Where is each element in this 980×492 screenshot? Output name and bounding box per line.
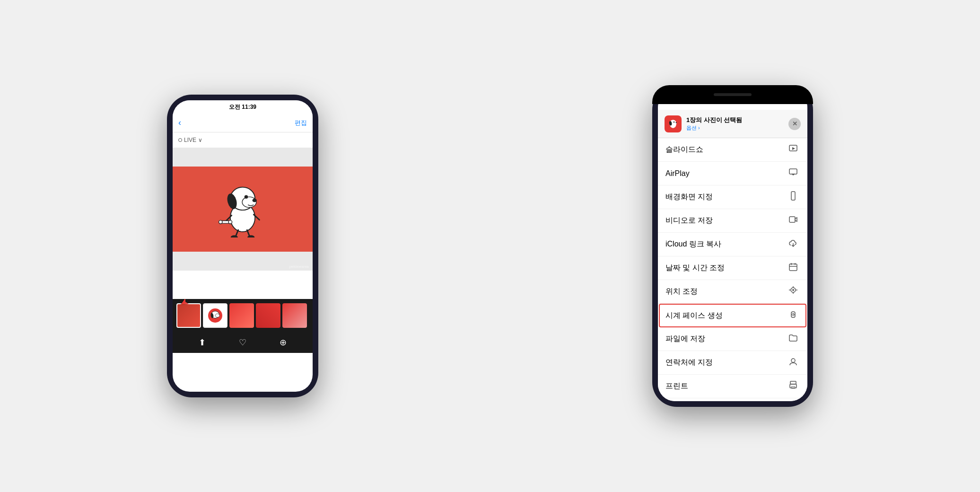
menu-item-watch-face[interactable]: 시계 페이스 생성 [659,304,806,327]
photo-watermark: petcineama [289,264,309,269]
svg-marker-27 [791,174,795,176]
menu-label-print: 프린트 [665,381,787,391]
status-time-left: 오전 11:39 [229,103,256,111]
thumbnail-3[interactable] [229,303,254,328]
svg-point-16 [215,314,219,317]
menu-label-contact: 연락처에 지정 [665,358,787,368]
share-subtitle[interactable]: 옵션 › [686,124,784,132]
menu-list: 슬라이드쇼 AirPlay 배경화면 지정 비디오로 저장 [658,138,807,401]
thumbnail-5[interactable] [282,303,307,328]
menu-item-print[interactable]: 프린트 [658,375,807,398]
folder-icon [787,333,800,345]
action-bar: ⬆ ♡ ⊕ [173,332,313,353]
svg-point-21 [675,122,677,123]
airplay-icon [787,167,800,179]
menu-item-contact[interactable]: 연락처에 지정 [658,351,807,375]
share-icon[interactable]: ⬆ [199,337,206,348]
date-icon [787,262,800,274]
svg-point-37 [792,289,794,291]
thumbnail-bar[interactable]: ➤ [173,299,313,332]
icloud-icon [787,238,800,250]
print-icon [787,380,800,392]
svg-rect-28 [791,192,795,200]
share-title: 1장의 사진이 선택됨 [686,116,784,124]
nav-bar-left: ‹ 편집 [173,114,313,132]
menu-item-save-file[interactable]: 파일에 저장 [658,327,807,351]
svg-point-3 [242,197,256,207]
back-button[interactable]: ‹ [178,118,181,128]
slideshow-icon [787,144,800,156]
menu-label-icloud: iCloud 링크 복사 [665,239,787,249]
svg-rect-48 [790,384,796,388]
svg-point-23 [674,121,675,123]
menu-item-location[interactable]: 위치 조정 [658,280,807,304]
menu-item-wallpaper[interactable]: 배경화면 지정 [658,185,807,209]
left-phone: 오전 11:39 ‹ 편집 LIVE ∨ [167,95,318,397]
watch-icon [787,310,800,322]
wallpaper-icon [787,191,800,203]
svg-rect-47 [790,381,796,384]
left-phone-screen: 오전 11:39 ‹ 편집 LIVE ∨ [173,100,313,392]
share-sheet-header: 1장의 사진이 선택됨 옵션 › ✕ [658,110,807,138]
live-bar: LIVE ∨ [173,132,313,148]
svg-marker-30 [795,218,797,221]
status-bar-left: 오전 11:39 [173,100,313,114]
svg-point-5 [245,195,248,198]
notch [714,93,752,96]
share-app-icon [665,115,682,132]
menu-label-save-video: 비디오로 저장 [665,216,787,226]
white-bottom-area [173,271,313,299]
svg-marker-25 [792,147,795,150]
menu-label-date-adjust: 날짜 및 시간 조정 [665,263,787,273]
live-chevron-icon: ∨ [198,137,202,143]
photo-main: petcineama [173,148,313,271]
add-icon[interactable]: ⊕ [280,337,287,348]
menu-item-pico[interactable]: Pico pic [658,398,807,401]
menu-item-airplay[interactable]: AirPlay [658,162,807,185]
snoopy-image [214,171,271,237]
svg-rect-29 [789,217,795,222]
menu-label-save-file: 파일에 저장 [665,334,787,344]
live-badge[interactable]: LIVE ∨ [178,137,202,143]
menu-item-icloud[interactable]: iCloud 링크 복사 [658,233,807,256]
share-close-button[interactable]: ✕ [788,118,801,130]
live-label: LIVE [184,137,196,143]
menu-item-date-adjust[interactable]: 날짜 및 시간 조정 [658,256,807,280]
right-status-bar [652,85,813,104]
menu-label-slideshow: 슬라이드쇼 [665,145,787,155]
svg-point-10 [228,220,232,224]
share-title-group: 1장의 사진이 선택됨 옵션 › [686,116,784,132]
svg-rect-26 [789,169,797,174]
right-phone: 1장의 사진이 선택됨 옵션 › ✕ 슬라이드쇼 AirPlay 배경화면 지정 [652,85,813,407]
svg-point-13 [231,235,238,237]
menu-label-location: 위치 조정 [665,287,787,297]
live-dot-icon [178,138,182,142]
svg-point-46 [791,359,795,362]
menu-item-save-video[interactable]: 비디오로 저장 [658,209,807,233]
svg-point-4 [253,199,257,202]
right-phone-screen: 1장의 사진이 선택됨 옵션 › ✕ 슬라이드쇼 AirPlay 배경화면 지정 [658,91,807,401]
menu-label-wallpaper: 배경화면 지정 [665,192,787,202]
svg-rect-32 [789,264,797,271]
svg-point-9 [219,220,222,224]
thumbnail-4[interactable] [256,303,280,328]
svg-point-14 [247,235,254,237]
menu-label-airplay: AirPlay [665,169,787,178]
edit-button[interactable]: 편집 [295,119,307,127]
favorite-icon[interactable]: ♡ [239,337,246,348]
save-video-icon [787,215,800,227]
location-icon [787,286,800,298]
contact-icon [787,357,800,369]
thumbnail-2[interactable] [203,303,228,328]
menu-item-slideshow[interactable]: 슬라이드쇼 [658,138,807,162]
menu-label-watch-face: 시계 페이스 생성 [665,311,787,321]
